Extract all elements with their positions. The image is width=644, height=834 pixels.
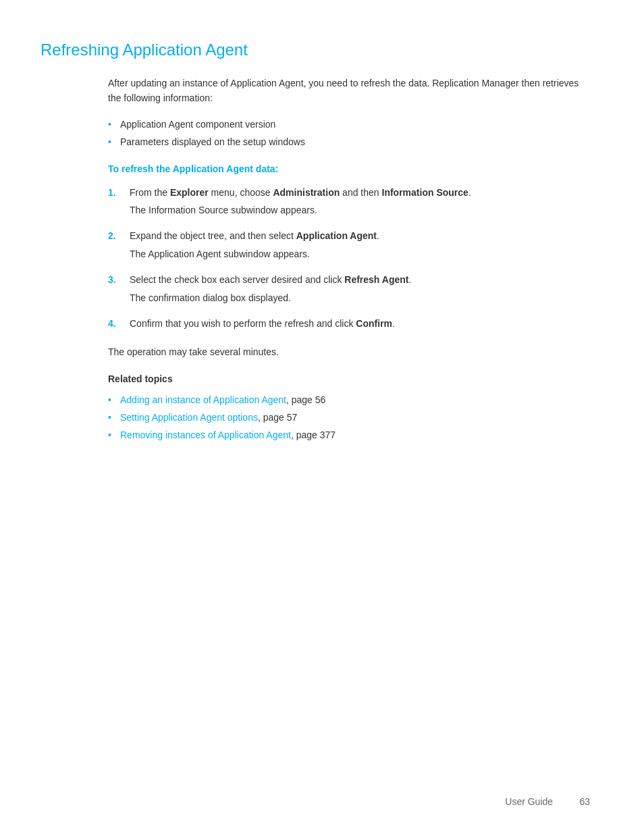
page-title: Refreshing Application Agent xyxy=(41,41,590,59)
bullet-list: Application Agent component version Para… xyxy=(108,117,590,150)
step-number: 2. xyxy=(108,228,124,243)
step-number: 1. xyxy=(108,185,124,200)
related-link-setting[interactable]: Setting Application Agent options xyxy=(120,412,258,423)
intro-paragraph: After updating an instance of Applicatio… xyxy=(108,76,590,106)
step-sub-text: The Application Agent subwindow appears. xyxy=(130,246,590,261)
step-text: Select the check box each server desired… xyxy=(130,272,590,287)
step-text: Expand the object tree, and then select … xyxy=(130,228,590,243)
step-content: Expand the object tree, and then select … xyxy=(130,228,590,261)
procedure-heading: To refresh the Application Agent data: xyxy=(108,163,590,174)
related-page-adding: , page 56 xyxy=(286,394,325,405)
footer-label: User Guide xyxy=(505,796,553,807)
content-section: After updating an instance of Applicatio… xyxy=(108,76,590,443)
list-item: Parameters displayed on the setup window… xyxy=(108,134,590,149)
related-page-setting: , page 57 xyxy=(258,412,297,423)
step-text: From the Explorer menu, choose Administr… xyxy=(130,185,590,200)
related-topics-list: Adding an instance of Application Agent,… xyxy=(108,392,590,443)
step-content: Select the check box each server desired… xyxy=(130,272,590,305)
step-2: 2. Expand the object tree, and then sele… xyxy=(108,228,590,261)
step-content: Confirm that you wish to perform the ref… xyxy=(130,316,590,331)
page-number: 63 xyxy=(579,796,590,807)
page-container: Refreshing Application Agent After updat… xyxy=(0,0,644,497)
step-number: 3. xyxy=(108,272,124,287)
list-item: Adding an instance of Application Agent,… xyxy=(108,392,590,407)
step-text: Confirm that you wish to perform the ref… xyxy=(130,316,590,331)
step-sub-text: The Information Source subwindow appears… xyxy=(130,203,590,217)
steps-list: 1. From the Explorer menu, choose Admini… xyxy=(108,185,590,332)
list-item: Removing instances of Application Agent,… xyxy=(108,427,590,442)
step-3: 3. Select the check box each server desi… xyxy=(108,272,590,305)
list-item: Application Agent component version xyxy=(108,117,590,132)
page-footer: User Guide 63 xyxy=(505,796,590,807)
related-link-adding[interactable]: Adding an instance of Application Agent xyxy=(120,394,286,405)
step-1: 1. From the Explorer menu, choose Admini… xyxy=(108,185,590,218)
operation-text: The operation may take several minutes. xyxy=(108,344,590,359)
step-4: 4. Confirm that you wish to perform the … xyxy=(108,316,590,331)
step-sub-text: The confirmation dialog box displayed. xyxy=(130,290,590,305)
list-item: Setting Application Agent options, page … xyxy=(108,410,590,425)
related-link-removing[interactable]: Removing instances of Application Agent xyxy=(120,429,291,440)
step-content: From the Explorer menu, choose Administr… xyxy=(130,185,590,218)
footer-divider xyxy=(561,796,572,807)
step-number: 4. xyxy=(108,316,124,331)
related-page-removing: , page 377 xyxy=(291,429,336,440)
related-topics-heading: Related topics xyxy=(108,373,590,384)
